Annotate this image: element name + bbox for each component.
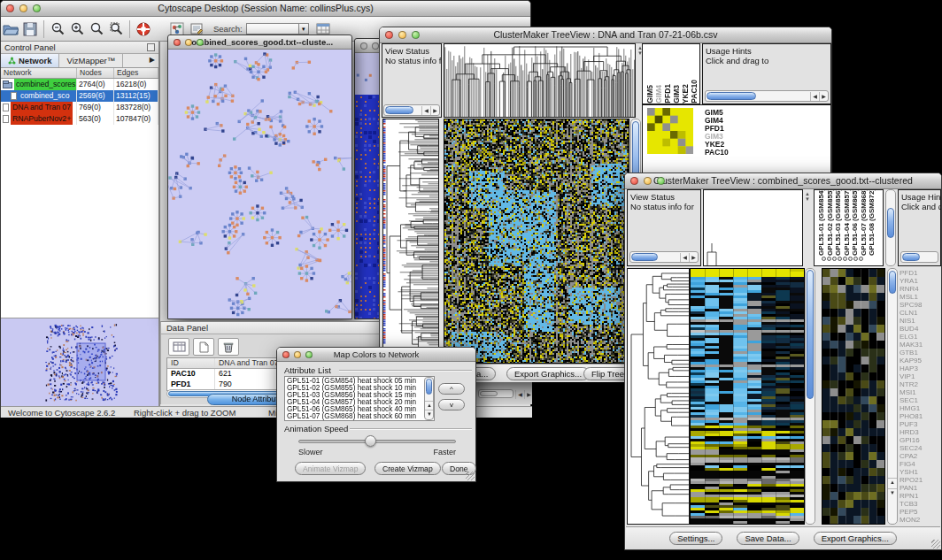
help-lifesaver-icon[interactable] (134, 19, 153, 39)
tv2-gene-label[interactable]: SEC24 (900, 444, 941, 452)
network-view-title-bar[interactable]: combined_scores_good.txt--cluste... (168, 35, 351, 50)
tv2-gene-label[interactable]: CLN1 (900, 309, 941, 317)
tv1-usage-scrollbar[interactable]: ◀▶ (705, 90, 829, 102)
tv2-column-label[interactable]: GPL51-01 (GSM854) (817, 189, 826, 256)
tv2-heatmap-vscrollbar[interactable] (805, 268, 815, 525)
birdseye-canvas[interactable] (1, 318, 158, 406)
tv2-gene-label[interactable]: VIP1 (900, 372, 941, 380)
tv2-gene-vscrollbar[interactable]: ▲ ▼ (887, 268, 898, 525)
close-icon[interactable] (360, 42, 367, 50)
close-icon[interactable] (385, 31, 393, 39)
close-icon[interactable] (6, 4, 14, 12)
tv2-gene-label[interactable]: KAP95 (900, 357, 941, 364)
birdseye-panel[interactable] (1, 318, 158, 406)
tv2-gene-label[interactable]: RNR4 (900, 285, 941, 293)
tv2-column-label[interactable]: GPL51-07 (GSM868) (860, 189, 869, 256)
new-attribute-icon[interactable] (193, 338, 214, 356)
tv1-status-scrollbar[interactable]: ◀▶ (383, 104, 440, 116)
zoom-in-icon[interactable] (67, 19, 87, 39)
minimize-icon[interactable] (644, 177, 652, 185)
tv2-gene-label[interactable]: NIS1 (900, 317, 941, 325)
animate-vizmap-button[interactable]: Animate Vizmap (295, 462, 366, 475)
create-vizmap-button[interactable]: Create Vizmap (374, 462, 441, 475)
tv2-column-label[interactable]: GPL51-04 (GSM857) (843, 189, 852, 256)
tv2-action-button[interactable]: Export Graphics... (814, 532, 897, 545)
tv2-column-label[interactable]: GPL51-06 (GSM865) (851, 189, 860, 256)
attribute-table-icon[interactable] (168, 338, 189, 356)
tv2-status-scrollbar[interactable]: ◀▶ (629, 251, 699, 263)
tv1-submatrix-canvas[interactable] (647, 108, 693, 154)
treeview1-title-bar[interactable]: ClusterMaker TreeView : DNA and Tran 07-… (380, 27, 831, 43)
delete-attribute-trash-icon[interactable] (218, 338, 239, 356)
minimize-icon[interactable] (294, 351, 301, 358)
attribute-list[interactable]: GPL51-01 (GSM854) heat shock 05 minGPL51… (284, 376, 435, 421)
tv2-gene-label[interactable]: HRD3 (900, 428, 941, 436)
search-dropdown-icon[interactable]: ▾ (299, 23, 309, 35)
tv2-gene-label[interactable]: PEP5 (900, 508, 941, 516)
main-title-bar[interactable]: Cytoscape Desktop (Session Name: collins… (1, 1, 530, 17)
tv2-action-button[interactable]: Settings... (669, 532, 722, 545)
tv2-column-dendrogram[interactable] (703, 189, 803, 266)
treeview2-title-bar[interactable]: ClusterMaker TreeView : combined_scores_… (625, 173, 941, 189)
minimize-icon[interactable] (372, 42, 379, 50)
zoom-out-icon[interactable] (48, 19, 67, 39)
tv1-heatmap[interactable] (444, 119, 629, 364)
zoom-window-icon[interactable] (412, 31, 420, 39)
tv1-column-label[interactable]: YKE2 (681, 84, 690, 104)
tv2-gene-label[interactable]: MSI1 (900, 388, 941, 396)
network-row[interactable]: RNAPuberNov2+ 563(0) 107847(0) (1, 113, 158, 125)
minimize-icon[interactable] (398, 31, 406, 39)
network-canvas[interactable] (168, 50, 351, 318)
tv1-column-label[interactable]: GIM4 (654, 85, 663, 104)
open-session-button[interactable] (1, 19, 20, 39)
tv2-column-flip-dots[interactable] (822, 249, 864, 265)
map-dialog-title-bar[interactable]: Map Colors to Network (277, 348, 475, 362)
tab-overflow-icon[interactable]: ▶ (146, 54, 158, 67)
move-up-button[interactable]: ^ (438, 383, 465, 395)
network-row[interactable]: combined_sco 2569(6) 13112(15) (1, 90, 158, 102)
tv2-submatrix-panel[interactable] (822, 268, 885, 525)
network-row[interactable]: DNA and Tran 07 769(0) 183728(0) (1, 102, 158, 113)
zoom-window-icon[interactable] (197, 39, 204, 46)
tv2-gene-label[interactable]: MON2 (900, 516, 941, 524)
tv2-column-label[interactable]: GPL51-02 (GSM855) (826, 189, 835, 256)
move-down-button[interactable]: v (438, 399, 465, 410)
tv1-action-button[interactable]: Export Graphics... (506, 367, 590, 380)
zoom-selected-icon[interactable] (106, 19, 126, 39)
animation-speed-slider-thumb[interactable] (365, 435, 376, 447)
tv2-gene-label[interactable]: HAP3 (900, 364, 941, 372)
tv1-gene-label[interactable]: PAC10 (705, 149, 729, 157)
close-icon[interactable] (630, 177, 638, 185)
tv2-gene-label[interactable]: GTB1 (900, 349, 941, 357)
attribute-list-item[interactable]: GPL51-07 (GSM868) heat shock 60 min (287, 413, 434, 420)
attribute-list-scrollbar[interactable]: ▲ ▼ (424, 377, 434, 420)
tv1-row-dendrogram[interactable] (382, 119, 439, 364)
close-icon[interactable] (282, 351, 290, 358)
tv2-labels-vscrollbar[interactable] (885, 189, 896, 266)
save-session-button[interactable] (20, 19, 40, 39)
tv2-gene-label[interactable]: SPC98 (900, 301, 941, 309)
tv2-gene-label[interactable]: HMG1 (900, 404, 941, 412)
tv2-gene-label[interactable]: CPA2 (900, 452, 941, 460)
tv2-heatmap[interactable] (690, 268, 805, 525)
resize-grip[interactable] (931, 540, 940, 548)
tv2-usage-scrollbar[interactable] (900, 251, 938, 263)
tv2-gene-label[interactable]: SEC1 (900, 396, 941, 404)
tab-vizmapper[interactable]: VizMapper™ (59, 54, 123, 67)
tv2-gene-label[interactable]: YSH1 (900, 468, 941, 476)
tv2-action-button[interactable]: Save Data... (737, 532, 799, 545)
tv2-gene-label[interactable]: YRA1 (900, 277, 941, 285)
data-panel-hscrollbar-2[interactable] (478, 389, 513, 398)
tv2-gene-label[interactable]: PUF3 (900, 420, 941, 428)
tv2-gene-label[interactable]: NTR2 (900, 380, 941, 388)
zoom-window-icon[interactable] (657, 177, 665, 185)
zoom-window-icon[interactable] (33, 4, 41, 12)
float-panel-icon[interactable] (147, 43, 155, 51)
tv2-scroll-arrows[interactable]: ▲▼ (805, 191, 810, 202)
network-row[interactable]: combined_scores 2764(0) 16218(0) (1, 79, 158, 90)
tv2-gene-label[interactable]: MSL1 (900, 293, 941, 301)
tv1-column-label[interactable]: PFD1 (663, 84, 672, 104)
minimize-icon[interactable] (185, 39, 192, 46)
tv2-gene-label[interactable]: FIG4 (900, 460, 941, 468)
resize-grip[interactable] (466, 472, 475, 480)
